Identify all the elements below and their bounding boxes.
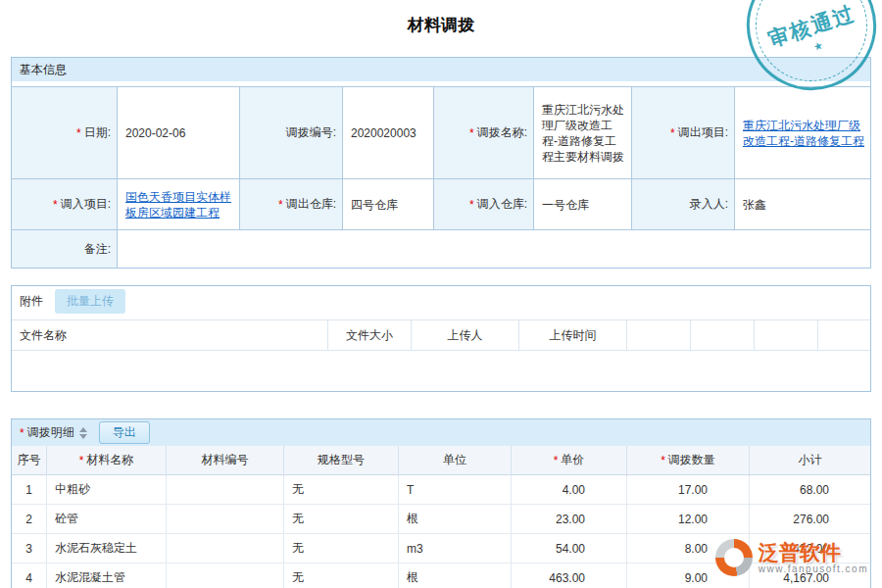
required-marker: * [661, 454, 665, 467]
attachments-toolbar: 附件 批量上传 [12, 286, 870, 316]
details-toolbar: * 调拨明细 导出 [12, 419, 870, 446]
col-upload-time: 上传时间 [519, 319, 627, 351]
transfer-name-label: *调拨名称: [434, 87, 534, 179]
in-warehouse-label: *调入仓库: [434, 179, 534, 230]
required-marker: * [20, 426, 24, 440]
cell-unit-price: 23.00 [512, 505, 627, 534]
col-subtotal: 小计 [750, 446, 870, 475]
cell-subtotal: 68.00 [750, 475, 870, 505]
attachments-table: 文件名称 文件大小 上传人 上传时间 [12, 319, 870, 391]
cell-unit: T [399, 475, 512, 505]
out-project-link[interactable]: 重庆江北污水处理厂级改造工程-道路修复工程 [743, 118, 864, 149]
col-material-name: *材料名称 [47, 446, 167, 475]
col-empty [691, 319, 755, 351]
basic-info-section: 基本信息 *日期: 2020-02-06 调拨编号: 2020020003 *调… [11, 57, 871, 269]
cell-index: 2 [12, 505, 47, 534]
details-title: 调拨明细 [27, 424, 74, 441]
batch-upload-button[interactable]: 批量上传 [55, 289, 125, 314]
cell-subtotal: 276.00 [750, 505, 870, 534]
in-warehouse-value: 一号仓库 [534, 179, 632, 230]
transfer-no-label: 调拨编号: [240, 87, 343, 179]
cell-unit: 根 [399, 564, 512, 588]
cell-index: 1 [12, 475, 47, 505]
out-warehouse-value: 四号仓库 [343, 179, 434, 230]
vendor-site: www.fanpusoft.com [759, 564, 868, 574]
vendor-watermark-texts: 泛普软件 www.fanpusoft.com [759, 542, 868, 574]
recorder-value: 张鑫 [735, 179, 870, 230]
cell-index: 4 [12, 564, 47, 588]
star-icon: ★ [811, 39, 824, 54]
basic-info-grid: *日期: 2020-02-06 调拨编号: 2020020003 *调拨名称: … [12, 86, 870, 268]
cell-unit-price: 54.00 [512, 534, 627, 564]
vendor-watermark: 泛普软件 www.fanpusoft.com [715, 539, 868, 576]
attachments-section: 附件 批量上传 文件名称 文件大小 上传人 上传时间 [11, 285, 871, 392]
export-button[interactable]: 导出 [99, 421, 150, 444]
col-quantity: *调拨数量 [627, 446, 750, 475]
remark-label: 备注: [12, 230, 118, 268]
cell-material-no [167, 475, 284, 505]
col-uploader: 上传人 [412, 319, 519, 351]
recorder-label: 录入人: [632, 179, 735, 230]
cell-unit: 根 [399, 505, 512, 534]
cell-spec: 无 [284, 564, 399, 588]
col-empty [755, 319, 818, 351]
required-marker: * [670, 126, 675, 140]
col-material-no: 材料编号 [167, 446, 284, 475]
out-project-value: 重庆江北污水处理厂级改造工程-道路修复工程 [735, 87, 870, 179]
col-spec: 规格型号 [284, 446, 399, 475]
vendor-brand: 泛普软件 [759, 542, 868, 564]
cell-unit-price: 4.00 [512, 475, 627, 505]
col-unit-price: *单价 [512, 446, 627, 475]
cell-quantity: 12.00 [627, 505, 750, 534]
transfer-no-value: 2020020003 [343, 87, 434, 179]
out-warehouse-label: *调出仓库: [240, 179, 343, 230]
cell-material-name: 砼管 [47, 505, 167, 534]
col-index: 序号 [12, 446, 47, 475]
fanpu-logo-icon [715, 539, 753, 576]
cell-material-name: 水泥石灰稳定土 [47, 534, 167, 564]
basic-info-header: 基本信息 [12, 58, 870, 81]
transfer-name-value: 重庆江北污水处理厂级改造工程-道路修复工程主要材料调拨 [534, 87, 632, 179]
attachments-empty-body [12, 351, 870, 391]
col-unit: 单位 [399, 446, 512, 475]
cell-material-name: 水泥混凝土管 [47, 564, 167, 588]
cell-unit: m3 [399, 534, 512, 564]
sort-icon[interactable] [79, 427, 87, 439]
cell-material-name: 中粗砂 [47, 475, 167, 505]
col-empty [818, 319, 870, 351]
approval-stamp-text: 审核通过 [764, 0, 858, 53]
cell-spec: 无 [284, 505, 399, 534]
date-value: 2020-02-06 [118, 87, 240, 179]
cell-material-no [167, 505, 284, 534]
cell-spec: 无 [284, 475, 399, 505]
required-marker: * [554, 454, 559, 467]
required-marker: * [469, 198, 474, 212]
cell-material-no [167, 564, 284, 588]
required-marker: * [469, 126, 474, 140]
attachments-title: 附件 [20, 293, 43, 310]
cell-unit-price: 463.00 [512, 564, 627, 588]
out-project-label: *调出项目: [632, 87, 735, 179]
required-marker: * [278, 198, 283, 212]
in-project-label: *调入项目: [12, 179, 118, 230]
col-file-size: 文件大小 [328, 319, 412, 351]
col-empty [627, 319, 691, 351]
required-marker: * [79, 454, 84, 467]
required-marker: * [53, 198, 58, 212]
in-project-link[interactable]: 国色天香项目实体样板房区域园建工程 [125, 189, 233, 220]
cell-material-no [167, 534, 284, 564]
in-project-value: 国色天香项目实体样板房区域园建工程 [118, 179, 240, 230]
cell-spec: 无 [284, 534, 399, 564]
cell-quantity: 17.00 [627, 475, 750, 505]
required-marker: * [76, 126, 81, 140]
remark-value [118, 230, 870, 268]
cell-index: 3 [12, 534, 47, 564]
col-file-name: 文件名称 [12, 319, 328, 351]
date-label: *日期: [12, 87, 118, 179]
